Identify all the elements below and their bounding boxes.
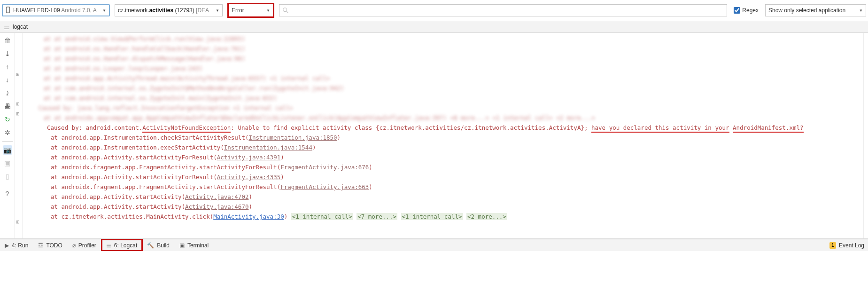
tab-run[interactable]: ▶ 4: Run — [0, 239, 33, 251]
chevron-down-icon: ▼ — [266, 8, 270, 13]
help-button[interactable]: ? — [3, 189, 12, 198]
down-stack-button[interactable]: ↓ — [3, 75, 12, 85]
warning-badge: 1 — [829, 242, 836, 249]
tab-terminal[interactable]: ▣ Terminal — [175, 239, 214, 251]
source-link[interactable]: MainActivity.java:30 — [213, 213, 284, 220]
separator — [2, 185, 13, 185]
chevron-down-icon: ▼ — [102, 8, 106, 13]
screenshot-button[interactable]: 📷 — [3, 145, 12, 155]
source-link[interactable]: Activity.java:4391 — [217, 154, 280, 161]
logcat-filter-bar: HUAWEI FRD-L09 Android 7.0, A ▼ cz.itnet… — [0, 0, 868, 21]
soft-wrap-button[interactable]: ⤸ — [3, 88, 12, 98]
logcat-panel-header: ⚌ logcat — [0, 21, 868, 33]
stack-line: at android.app.Activity.startActivityFor… — [24, 152, 863, 162]
panel-title: logcat — [13, 24, 28, 30]
stack-line: at cz.itnetwork.activities.MainActivity.… — [24, 212, 863, 221]
stack-line: at androidx.fragment.app.FragmentActivit… — [24, 162, 863, 172]
screen-record-button[interactable]: ▣ — [3, 158, 12, 168]
search-icon — [282, 7, 289, 14]
stack-line: at android.app.Activity.startActivityFor… — [24, 172, 863, 182]
log-level-selector[interactable]: Error ▼ — [227, 3, 274, 18]
logcat-main: 🗑 ⤓ ↑ ↓ ⤸ 🖶 ↻ ✲ 📷 ▣ ▯ ? ⊞ ⊞ ⊞ ⊞ at at an… — [0, 33, 868, 239]
print-button[interactable]: 🖶 — [3, 102, 12, 111]
log-search-input[interactable] — [291, 7, 724, 14]
divider-button[interactable]: ▯ — [3, 172, 12, 181]
separator — [2, 141, 13, 142]
filter-icon[interactable]: ⚌ — [4, 23, 10, 31]
terminal-icon: ▣ — [179, 242, 185, 249]
stack-line: at androidx.fragment.app.FragmentActivit… — [24, 182, 863, 192]
stack-line: at android.app.Instrumentation.checkStar… — [24, 133, 863, 142]
regex-checkbox[interactable] — [734, 7, 740, 14]
error-stripe[interactable] — [863, 33, 868, 238]
up-stack-button[interactable]: ↑ — [3, 62, 12, 71]
stack-line: at android.app.Activity.startActivity(Ac… — [24, 202, 863, 212]
play-icon: ▶ — [5, 242, 9, 249]
fold-marker[interactable]: ⊞ — [16, 220, 20, 224]
device-selector[interactable]: HUAWEI FRD-L09 Android 7.0, A ▼ — [2, 4, 110, 16]
exception-line: Caused by: android.content.ActivityNotFo… — [24, 123, 863, 133]
device-label: HUAWEI FRD-L09 Android 7.0, A — [13, 7, 100, 14]
source-link[interactable]: Instrumentation.java:1544 — [224, 144, 312, 151]
fold-marker[interactable]: ⊞ — [16, 102, 20, 106]
logcat-left-toolbar: 🗑 ⤓ ↑ ↓ ⤸ 🖶 ↻ ✲ 📷 ▣ ▯ ? — [0, 33, 15, 238]
regex-label: Regex — [742, 7, 759, 14]
phone-icon — [6, 7, 10, 15]
filter-scope-label: Show only selected application — [768, 7, 856, 14]
stack-line: at android.app.Activity.startActivity(Ac… — [24, 192, 863, 202]
chevron-down-icon: ▼ — [216, 8, 219, 13]
source-link[interactable]: FragmentActivity.java:676 — [280, 164, 369, 171]
svg-point-1 — [8, 11, 8, 12]
source-link[interactable]: Activity.java:4335 — [217, 174, 280, 181]
source-link[interactable]: Instrumentation.java:1850 — [248, 134, 337, 141]
hammer-icon: 🔨 — [147, 242, 154, 249]
bottom-tool-bar: ▶ 4: Run ☲ TODO ⌀ Profiler ⚌ 6: Logcat 🔨… — [0, 239, 868, 251]
logcat-icon: ⚌ — [106, 242, 111, 249]
chevron-down-icon: ▼ — [859, 8, 863, 13]
process-selector[interactable]: cz.itnetwork.activities (12793) [DEA ▼ — [115, 4, 223, 16]
stack-line: at android.app.Instrumentation.execStart… — [24, 142, 863, 152]
svg-line-3 — [287, 11, 288, 13]
profiler-icon: ⌀ — [72, 242, 76, 249]
log-output[interactable]: at at android.view.View$PerformClick.run… — [23, 33, 863, 238]
source-link[interactable]: FragmentActivity.java:663 — [280, 183, 369, 190]
log-level-label: Error — [232, 7, 264, 14]
fold-gutter: ⊞ ⊞ ⊞ ⊞ — [15, 33, 23, 238]
restart-button[interactable]: ↻ — [3, 115, 12, 124]
fold-marker[interactable]: ⊞ — [16, 72, 20, 77]
log-search-input-wrap[interactable] — [279, 4, 727, 16]
tab-logcat[interactable]: ⚌ 6: Logcat — [101, 239, 142, 251]
tab-build[interactable]: 🔨 Build — [142, 239, 175, 251]
svg-point-2 — [283, 8, 287, 12]
settings-button[interactable]: ✲ — [3, 128, 12, 137]
source-link[interactable]: Activity.java:4702 — [185, 193, 248, 200]
tab-todo[interactable]: ☲ TODO — [33, 239, 67, 251]
source-link[interactable]: Activity.java:4670 — [185, 203, 248, 210]
regex-toggle[interactable]: Regex — [732, 7, 760, 14]
tab-profiler[interactable]: ⌀ Profiler — [68, 239, 101, 251]
filter-scope-selector[interactable]: Show only selected application ▼ — [765, 4, 866, 16]
clear-log-button[interactable]: 🗑 — [3, 36, 12, 45]
event-log-button[interactable]: 1 Event Log — [829, 239, 868, 251]
todo-icon: ☲ — [38, 242, 43, 249]
scroll-to-end-button[interactable]: ⤓ — [3, 49, 12, 58]
process-label: cz.itnetwork.activities (12793) [DEA — [118, 7, 213, 14]
fold-marker[interactable]: ⊞ — [16, 111, 20, 116]
